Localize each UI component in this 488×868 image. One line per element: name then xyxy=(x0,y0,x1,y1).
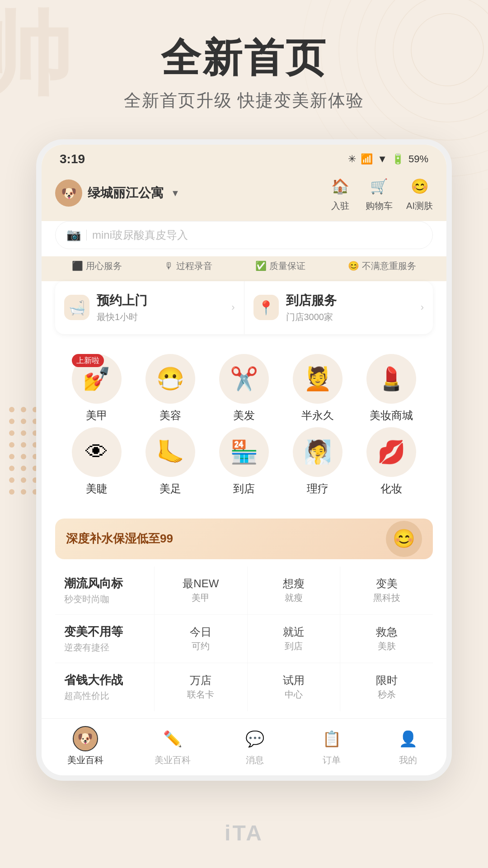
hero-title: 全新首页 xyxy=(18,36,470,80)
menu-header-trend[interactable]: 潮流风向标 秒变时尚咖 xyxy=(55,566,155,614)
care-label: 用心服务 xyxy=(86,260,122,272)
battery-percent: 59% xyxy=(408,153,428,165)
menu-header-save[interactable]: 省钱大作战 超高性价比 xyxy=(55,663,155,711)
category-makeup[interactable]: 💋 化妆 xyxy=(360,427,423,496)
menu-row-1: 潮流风向标 秒变时尚咖 最NEW 美甲 想瘦 就瘦 变美 黑科技 xyxy=(55,566,433,615)
category-feet[interactable]: 🦶 美足 xyxy=(139,427,202,496)
menu-cell-slim-title: 想瘦 xyxy=(283,576,305,591)
cart-icon: 🛒 xyxy=(367,175,391,198)
category-therapy[interactable]: 🧖 理疗 xyxy=(286,427,349,496)
category-store[interactable]: 🏪 到店 xyxy=(212,427,276,496)
home-service-text: 预约上门 最快1小时 xyxy=(97,292,147,323)
category-beauty-label: 美容 xyxy=(160,408,181,423)
menu-row-3: 省钱大作战 超高性价比 万店 联名卡 试用 中心 限时 秒杀 xyxy=(55,663,433,711)
category-makeup-wrap: 💋 xyxy=(366,427,416,477)
category-hair-label: 美发 xyxy=(233,408,255,423)
ai-label: AI测肤 xyxy=(406,200,433,212)
home-service-sub: 最快1小时 xyxy=(97,311,147,323)
banner-face-icon: 😊 xyxy=(386,521,422,557)
promo-banner[interactable]: 深度补水保湿低至99 😊 xyxy=(55,519,433,559)
category-hair-circle: ✂️ xyxy=(219,354,269,404)
category-lash-wrap: 👁 xyxy=(72,427,122,477)
menu-cell-new-nail[interactable]: 最NEW 美甲 xyxy=(155,566,248,614)
menu-cell-card[interactable]: 万店 联名卡 xyxy=(155,663,248,711)
wifi-icon: ▼ xyxy=(377,153,387,165)
nav-home-avatar: 🐶 xyxy=(73,726,98,751)
phone-mockup: 3:19 ✳ 📶 ▼ 🔋 59% 🐶 绿城丽江公寓 ▼ 🏠 入驻 xyxy=(36,139,452,781)
menu-cell-emergency[interactable]: 救急 美肤 xyxy=(340,615,433,663)
menu-cell-flash[interactable]: 限时 秒杀 xyxy=(340,663,433,711)
menu-cell-emergency-sub: 美肤 xyxy=(378,640,396,652)
nav-profile-icon: 👤 xyxy=(395,726,421,751)
category-semiperm[interactable]: 💆 半永久 xyxy=(286,354,349,423)
category-therapy-label: 理疗 xyxy=(307,481,328,496)
home-service-button[interactable]: 🛁 预约上门 最快1小时 › xyxy=(55,281,244,334)
category-lash-circle: 👁 xyxy=(72,427,122,477)
category-beauty[interactable]: 😷 美容 xyxy=(139,354,202,423)
nav-home[interactable]: 🐶 美业百科 xyxy=(67,726,103,766)
menu-cell-trial-sub: 中心 xyxy=(285,689,303,701)
menu-nowait-subtitle: 逆袭有捷径 xyxy=(64,642,145,654)
menu-cell-today-sub: 可约 xyxy=(192,640,210,652)
menu-cell-beauty-tech-title: 变美 xyxy=(376,576,398,591)
header-cart-button[interactable]: 🛒 购物车 xyxy=(366,175,393,212)
nav-encyclopedia[interactable]: ✏️ 美业百科 xyxy=(155,726,191,766)
home-service-arrow-icon: › xyxy=(231,302,235,313)
refund-label: 不满意重服务 xyxy=(362,260,416,272)
menu-grid: 潮流风向标 秒变时尚咖 最NEW 美甲 想瘦 就瘦 变美 黑科技 xyxy=(55,566,433,711)
hero-section: 全新首页 全新首页升级 快捷变美新体验 xyxy=(0,0,488,130)
menu-cell-beauty-tech[interactable]: 变美 黑科技 xyxy=(340,566,433,614)
menu-cell-slim[interactable]: 想瘦 就瘦 xyxy=(248,566,341,614)
bottom-nav: 🐶 美业百科 ✏️ 美业百科 💬 消息 📋 订单 👤 我的 xyxy=(42,718,446,775)
menu-cell-trial[interactable]: 试用 中心 xyxy=(248,663,341,711)
menu-trend-title: 潮流风向标 xyxy=(64,576,145,591)
location-name[interactable]: 绿城丽江公寓 xyxy=(88,184,164,202)
search-divider xyxy=(86,230,87,241)
category-makeup-circle: 💋 xyxy=(366,427,416,477)
store-service-icon: 📍 xyxy=(253,295,279,320)
nav-message[interactable]: 💬 消息 xyxy=(242,726,267,766)
nav-orders[interactable]: 📋 订单 xyxy=(319,726,344,766)
service-tag-refund: 😊 不满意重服务 xyxy=(348,260,416,272)
store-service-button[interactable]: 📍 到店服务 门店3000家 › xyxy=(244,281,433,334)
menu-cell-nearby[interactable]: 就近 到店 xyxy=(248,615,341,663)
nav-encyclopedia-label: 美业百科 xyxy=(155,754,191,766)
search-bar[interactable]: 📷 mini玻尿酸真皮导入 xyxy=(55,221,433,249)
bluetooth-icon: ✳ xyxy=(348,153,356,165)
checkin-icon: 🏠 xyxy=(328,175,352,198)
new-badge: 上新啦 xyxy=(72,354,104,367)
menu-row-2: 变美不用等 逆袭有捷径 今日 可约 就近 到店 救急 美肤 xyxy=(55,615,433,663)
quality-label: 质量保证 xyxy=(269,260,305,272)
nav-home-label: 美业百科 xyxy=(67,754,103,766)
refund-icon: 😊 xyxy=(348,260,359,271)
home-service-title: 预约上门 xyxy=(97,292,147,309)
category-beauty-wrap: 😷 xyxy=(145,354,195,404)
user-avatar[interactable]: 🐶 xyxy=(55,179,82,207)
menu-header-nowait[interactable]: 变美不用等 逆袭有捷径 xyxy=(55,615,155,663)
category-feet-circle: 🦶 xyxy=(145,427,195,477)
cart-label: 购物车 xyxy=(366,200,393,212)
category-lash[interactable]: 👁 美睫 xyxy=(65,427,128,496)
menu-cell-today[interactable]: 今日 可约 xyxy=(155,615,248,663)
header-left[interactable]: 🐶 绿城丽江公寓 ▼ xyxy=(55,179,180,207)
category-feet-wrap: 🦶 xyxy=(145,427,195,477)
ai-icon: 😊 xyxy=(408,175,432,198)
menu-cell-nearby-sub: 到店 xyxy=(285,640,303,652)
menu-cell-flash-title: 限时 xyxy=(376,673,398,688)
menu-cell-emergency-title: 救急 xyxy=(376,625,398,639)
menu-cell-trial-title: 试用 xyxy=(283,673,305,688)
category-cosmetics[interactable]: 💄 美妆商城 xyxy=(360,354,423,423)
header-checkin-button[interactable]: 🏠 入驻 xyxy=(328,175,352,212)
category-nail[interactable]: 💅 上新啦 美甲 xyxy=(65,354,128,423)
header-ai-button[interactable]: 😊 AI测肤 xyxy=(406,175,433,212)
menu-cell-slim-sub: 就瘦 xyxy=(285,592,303,604)
menu-cell-new-nail-sub: 美甲 xyxy=(192,592,210,604)
menu-cell-card-title: 万店 xyxy=(190,673,211,688)
store-service-text: 到店服务 门店3000家 xyxy=(286,292,337,323)
search-camera-icon: 📷 xyxy=(66,228,81,242)
nav-profile[interactable]: 👤 我的 xyxy=(395,726,421,766)
store-service-sub: 门店3000家 xyxy=(286,311,337,323)
dropdown-arrow-icon[interactable]: ▼ xyxy=(171,188,180,198)
nav-message-icon: 💬 xyxy=(242,726,267,751)
category-hair[interactable]: ✂️ 美发 xyxy=(212,354,276,423)
